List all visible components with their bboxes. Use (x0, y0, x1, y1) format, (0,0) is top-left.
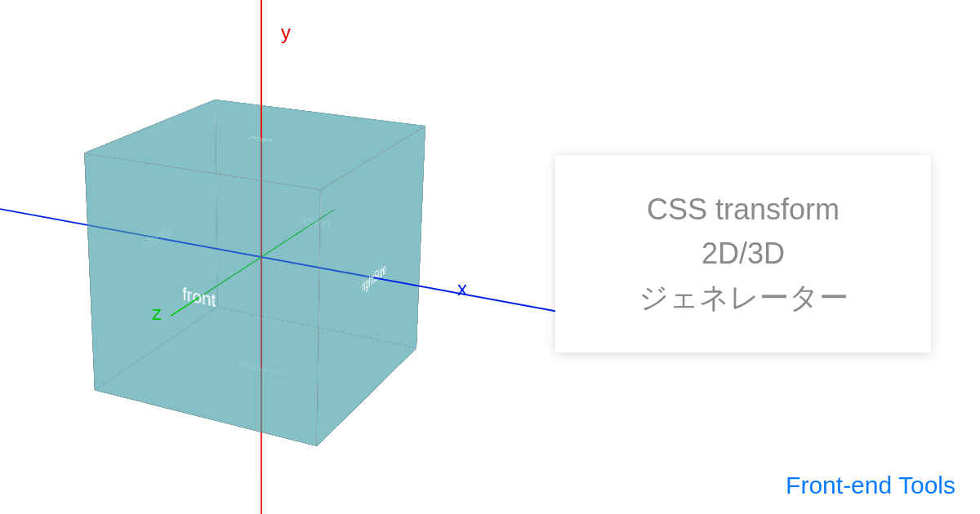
cube-face-front: front (84, 153, 321, 446)
title-line-1: CSS transform (580, 188, 906, 232)
axis-label-x: x (457, 277, 467, 300)
title-card: CSS transform 2D/3D ジェネレーター (555, 155, 931, 352)
brand-label: Front-end Tools (786, 472, 956, 499)
diagram-stage: back leftSide bottom top rightSide front… (0, 0, 523, 514)
title-line-3: ジェネレーター (580, 276, 906, 320)
axis-label-y: y (281, 21, 291, 44)
axis-label-z: z (152, 302, 162, 325)
cube: back leftSide bottom top rightSide front (154, 124, 377, 394)
title-line-2: 2D/3D (580, 232, 906, 276)
